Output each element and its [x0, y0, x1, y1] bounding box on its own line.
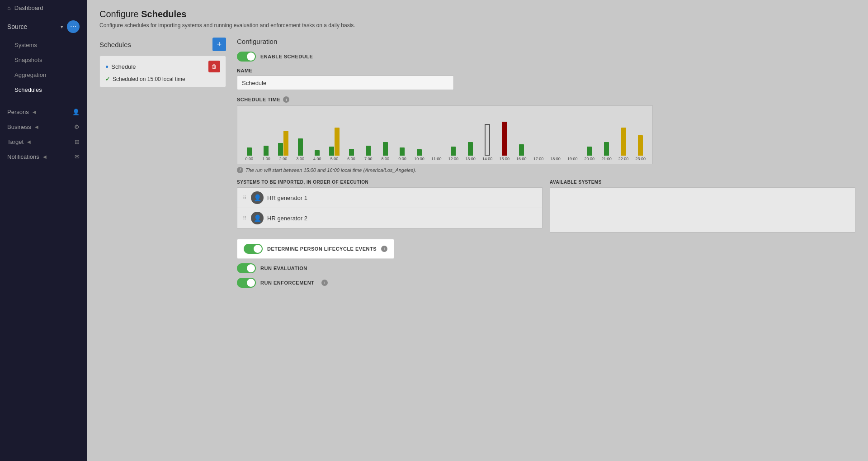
name-field-label: NAME: [237, 68, 855, 73]
target-chevron-icon: ◀: [27, 139, 31, 144]
sidebar-item-persons[interactable]: Persons ◀ 👤: [0, 105, 87, 119]
schedule-dot-icon: ●: [105, 63, 108, 70]
sidebar-item-business[interactable]: Business ◀ ⚙: [0, 119, 87, 134]
sidebar-item-notifications[interactable]: Notifications ◀ ✉: [0, 149, 87, 164]
delete-icon: 🗑: [212, 63, 217, 70]
drag-handle-icon-1: ⠿: [243, 215, 246, 221]
systems-row: SYSTEMS TO BE IMPORTED, IN ORDER OF EXEC…: [237, 180, 855, 233]
check-icon: ✓: [105, 76, 110, 82]
source-chevron-icon: ▾: [61, 24, 63, 30]
persons-label: Persons: [7, 109, 29, 115]
lifecycle-label: DETERMINE PERSON LIFECYCLE EVENTS: [267, 246, 377, 252]
page-subtitle: Configure schedules for importing system…: [99, 22, 855, 29]
system-item-0[interactable]: ⠿ 👤 HR generator 1: [237, 188, 542, 208]
add-schedule-button[interactable]: +: [212, 38, 226, 51]
notifications-label: Notifications: [7, 153, 39, 160]
schedules-header: Schedules +: [99, 38, 226, 51]
systems-import-title: SYSTEMS TO BE IMPORTED, IN ORDER OF EXEC…: [237, 180, 542, 185]
schedule-item-header: ● Schedule 🗑: [105, 61, 220, 72]
system-avatar-1: 👤: [251, 212, 264, 224]
evaluation-toggle[interactable]: [237, 263, 256, 273]
systems-import-list: ⠿ 👤 HR generator 1 ⠿ 👤 HR generator 2: [237, 187, 542, 228]
business-label: Business: [7, 124, 31, 130]
lifecycle-toggle[interactable]: [244, 244, 263, 254]
enforcement-toggle[interactable]: [237, 278, 256, 288]
evaluation-row: RUN EVALUATION: [237, 263, 855, 273]
persons-chevron-icon: ◀: [33, 109, 36, 114]
source-action-icon: ⋯: [70, 23, 76, 30]
available-systems-list: [550, 187, 855, 233]
target-label: Target: [7, 138, 24, 145]
sidebar-item-systems[interactable]: Systems: [0, 38, 87, 52]
lifecycle-row: DETERMINE PERSON LIFECYCLE EVENTS i: [237, 239, 394, 259]
lifecycle-info-icon[interactable]: i: [381, 246, 387, 252]
sidebar-item-target[interactable]: Target ◀ ⊞: [0, 134, 87, 149]
schedule-status: ✓ Scheduled on 15:00 local time: [105, 76, 220, 82]
source-label: Source: [7, 23, 57, 30]
target-icon: ⊞: [75, 138, 80, 145]
notifications-icon: ✉: [75, 153, 80, 160]
enforcement-info-icon[interactable]: i: [321, 280, 328, 286]
enable-schedule-toggle[interactable]: [237, 52, 256, 62]
page-title: Configure Schedules: [99, 9, 855, 19]
system-avatar-0: 👤: [251, 191, 264, 204]
enable-schedule-label: ENABLE SCHEDULE: [260, 54, 313, 59]
name-input[interactable]: [237, 76, 454, 90]
sidebar-item-aggregation[interactable]: Aggregation: [0, 67, 87, 82]
schedule-time-label: SCHEDULE TIME i: [237, 96, 855, 103]
system-item-1[interactable]: ⠿ 👤 HR generator 2: [237, 208, 542, 228]
chart-info: i The run will start between 15:00 and 1…: [237, 167, 855, 173]
schedules-title: Schedules: [99, 41, 131, 48]
dashboard-label: Dashboard: [14, 5, 43, 11]
persons-icon: 👤: [72, 109, 80, 115]
sidebar: ⌂ Dashboard Source ▾ ⋯ Systems Snapshots…: [0, 0, 87, 461]
config-title: Configuration: [237, 38, 855, 45]
schedules-panel: Schedules + ● Schedule 🗑 ✓ Scheduled on …: [99, 38, 226, 292]
available-systems-title: AVAILABLE SYSTEMS: [550, 180, 855, 185]
chart-info-icon: i: [237, 167, 243, 173]
dashboard-icon: ⌂: [7, 5, 11, 11]
evaluation-label: RUN EVALUATION: [260, 266, 307, 271]
config-panel: Configuration ENABLE SCHEDULE NAME SCHED…: [237, 38, 855, 292]
enforcement-label: RUN ENFORCEMENT: [260, 280, 314, 285]
notifications-chevron-icon: ◀: [43, 154, 47, 159]
available-systems-section: AVAILABLE SYSTEMS: [550, 180, 855, 233]
schedule-item[interactable]: ● Schedule 🗑 ✓ Scheduled on 15:00 local …: [99, 56, 226, 87]
system-person-icon-0: 👤: [254, 194, 261, 201]
sidebar-source-row: Source ▾ ⋯: [0, 16, 87, 38]
drag-handle-icon: ⠿: [243, 195, 246, 201]
schedule-time-chart[interactable]: 0:001:002:003:004:005:006:007:008:009:00…: [237, 105, 653, 164]
main-content: Configure Schedules Configure schedules …: [87, 0, 868, 461]
business-icon: ⚙: [74, 124, 80, 130]
schedule-item-name: ● Schedule: [105, 63, 136, 70]
enable-schedule-row: ENABLE SCHEDULE: [237, 52, 855, 62]
source-action-button[interactable]: ⋯: [67, 20, 80, 33]
sidebar-item-schedules[interactable]: Schedules: [0, 82, 87, 97]
schedule-time-info-icon[interactable]: i: [283, 96, 289, 103]
system-person-icon-1: 👤: [254, 214, 261, 222]
delete-schedule-button[interactable]: 🗑: [208, 61, 220, 72]
sidebar-item-dashboard[interactable]: ⌂ Dashboard: [0, 0, 87, 16]
enforcement-row: RUN ENFORCEMENT i: [237, 278, 855, 288]
systems-to-import-section: SYSTEMS TO BE IMPORTED, IN ORDER OF EXEC…: [237, 180, 542, 233]
sidebar-item-snapshots[interactable]: Snapshots: [0, 52, 87, 67]
business-chevron-icon: ◀: [35, 124, 38, 129]
